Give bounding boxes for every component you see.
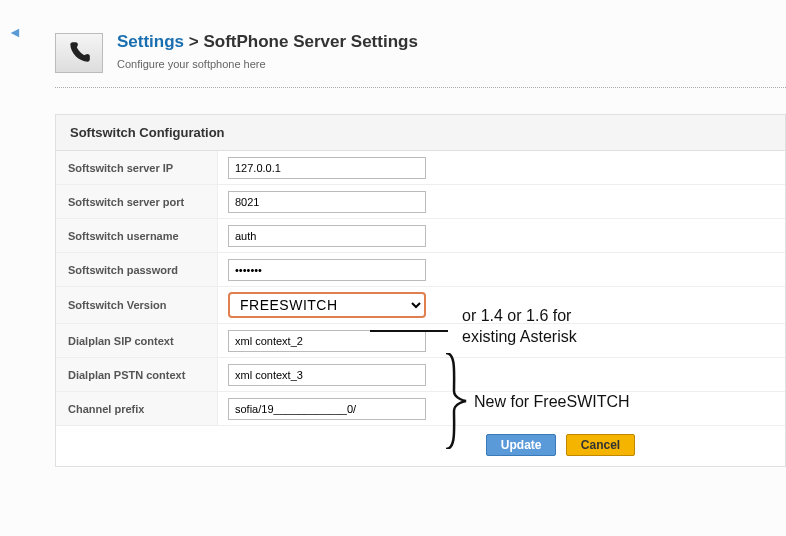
row-password: Softswitch password: [56, 253, 785, 287]
input-channel-prefix[interactable]: [228, 398, 426, 420]
label-password: Softswitch password: [56, 253, 218, 286]
breadcrumb-sep: >: [184, 32, 203, 51]
label-version: Softswitch Version: [56, 287, 218, 323]
button-row: Update Cancel: [56, 426, 785, 466]
row-version: Softswitch Version FREESWITCH: [56, 287, 785, 324]
row-server-port: Softswitch server port: [56, 185, 785, 219]
label-server-port: Softswitch server port: [56, 185, 218, 218]
input-server-ip[interactable]: [228, 157, 426, 179]
input-username[interactable]: [228, 225, 426, 247]
input-sip-context[interactable]: [228, 330, 426, 352]
label-username: Softswitch username: [56, 219, 218, 252]
row-channel-prefix: Channel prefix: [56, 392, 785, 426]
page-title: SoftPhone Server Settings: [203, 32, 417, 51]
panel-title: Softswitch Configuration: [56, 115, 785, 151]
breadcrumb: Settings > SoftPhone Server Settings: [117, 32, 418, 52]
config-panel: Softswitch Configuration Softswitch serv…: [55, 114, 786, 467]
cancel-button[interactable]: Cancel: [566, 434, 635, 456]
row-sip-context: Dialplan SIP context: [56, 324, 785, 358]
phone-icon: [55, 33, 103, 73]
select-version[interactable]: FREESWITCH: [228, 292, 426, 318]
input-server-port[interactable]: [228, 191, 426, 213]
row-pstn-context: Dialplan PSTN context: [56, 358, 785, 392]
page-header: Settings > SoftPhone Server Settings Con…: [55, 30, 786, 88]
label-pstn-context: Dialplan PSTN context: [56, 358, 218, 391]
breadcrumb-settings-link[interactable]: Settings: [117, 32, 184, 51]
input-password[interactable]: [228, 259, 426, 281]
row-server-ip: Softswitch server IP: [56, 151, 785, 185]
input-pstn-context[interactable]: [228, 364, 426, 386]
back-icon[interactable]: ◄: [8, 24, 22, 40]
update-button[interactable]: Update: [486, 434, 557, 456]
label-channel-prefix: Channel prefix: [56, 392, 218, 425]
page-subtitle: Configure your softphone here: [117, 58, 418, 70]
row-username: Softswitch username: [56, 219, 785, 253]
label-sip-context: Dialplan SIP context: [56, 324, 218, 357]
label-server-ip: Softswitch server IP: [56, 151, 218, 184]
